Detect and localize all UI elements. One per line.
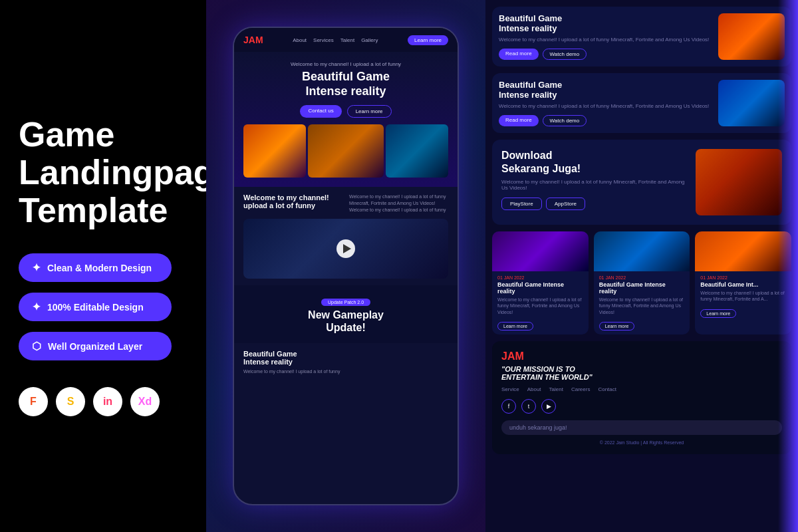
phone-nav-gallery[interactable]: Gallery	[361, 37, 378, 43]
right-card-sub-1: Welcome to my channel! I upload a lot of…	[499, 36, 713, 43]
phone-nav: JAM About Services Talent Gallery Learn …	[234, 28, 458, 52]
badge-clean-label: Clean & Modern Design	[47, 263, 152, 273]
center-panel: JAM About Services Talent Gallery Learn …	[206, 0, 485, 532]
blog-sub-3: Welcome to my channel! I upload a lot of…	[700, 290, 786, 302]
blog-card-content-1: 01 JAN 2022 Beautiful Game Intense reali…	[492, 271, 589, 334]
phone-nav-about[interactable]: About	[293, 37, 307, 43]
download-title: DownloadSekarang Juga!	[501, 149, 689, 174]
download-card: DownloadSekarang Juga! Welcome to my cha…	[492, 140, 791, 225]
blog-learn-btn-3[interactable]: Learn more	[700, 309, 736, 318]
organized-icon: ⬡	[32, 340, 41, 352]
blog-title-3: Beautiful Game Int...	[700, 281, 786, 288]
blog-card-content-3: 01 JAN 2022 Beautiful Game Int... Welcom…	[695, 271, 791, 321]
appstore-btn[interactable]: AppStore	[546, 198, 585, 210]
social-youtube[interactable]: ▶	[541, 399, 556, 414]
right-card-text-1: Beautiful GameIntense reality Welcome to…	[499, 13, 713, 60]
blog-card-img-2	[594, 231, 690, 271]
blog-card-1: 01 JAN 2022 Beautiful Game Intense reali…	[492, 231, 589, 334]
right-footer: JAM "OUR MISSION IS TOENTERTAIN THE WORL…	[492, 341, 791, 454]
blog-card-img-1	[492, 231, 589, 271]
download-sub: Welcome to my channel! I upload a lot of…	[501, 179, 689, 191]
figma-icon: F	[19, 387, 48, 416]
blog-row: 01 JAN 2022 Beautiful Game Intense reali…	[492, 231, 791, 334]
tool-icons: F S in Xd	[19, 387, 188, 416]
newsletter-placeholder: unduh sekarang juga!	[509, 424, 567, 431]
phone-hero-buttons: Contact us Learn more	[243, 105, 448, 118]
badge-organized: ⬡ Well Organized Layer	[19, 332, 172, 360]
phone-bottom-section: Beautiful GameIntense reality Welcome to…	[234, 343, 458, 382]
phone-nav-services[interactable]: Services	[313, 37, 334, 43]
footer-link-contact[interactable]: Contact	[598, 386, 616, 392]
right-top-card-2: Beautiful GameIntense reality Welcome to…	[492, 73, 791, 133]
phone-hero-title: Beautiful GameIntense reality	[243, 70, 448, 98]
watch-demo-btn-2[interactable]: Watch demo	[543, 115, 587, 126]
download-text: DownloadSekarang Juga! Welcome to my cha…	[501, 149, 689, 215]
right-panel: Beautiful GameIntense reality Welcome to…	[485, 0, 798, 532]
play-button[interactable]	[336, 239, 355, 258]
phone-learn-btn[interactable]: Learn more	[347, 105, 392, 118]
social-twitter[interactable]: t	[521, 399, 536, 414]
right-top-card-1: Beautiful GameIntense reality Welcome to…	[492, 7, 791, 66]
badge-editable-label: 100% Editable Design	[47, 302, 144, 313]
phone-welcome-text: Welcome to my channel! I upload a lot of…	[349, 194, 448, 213]
blog-card-2: 01 JAN 2022 Beautiful Game Intense reali…	[594, 231, 690, 334]
footer-link-about[interactable]: About	[527, 386, 541, 392]
xd-icon: Xd	[130, 387, 160, 416]
watch-demo-btn-1[interactable]: Watch demo	[543, 49, 587, 60]
phone-video-thumb[interactable]	[243, 219, 448, 279]
phone-mockup: JAM About Services Talent Gallery Learn …	[233, 27, 459, 505]
right-card-btns-2: Read more Watch demo	[499, 115, 713, 126]
right-content: Beautiful GameIntense reality Welcome to…	[485, 0, 798, 461]
footer-logo: JAM	[501, 350, 782, 362]
sketch-icon: S	[56, 387, 85, 416]
right-card-sub-2: Welcome to my channel! I upload a lot of…	[499, 102, 713, 110]
phone-bottom-title: Beautiful GameIntense reality	[243, 350, 448, 366]
clean-design-icon: ✦	[32, 261, 41, 274]
editable-icon: ✦	[32, 301, 41, 313]
blog-learn-btn-1[interactable]: Learn more	[497, 322, 533, 331]
footer-link-careers[interactable]: Careers	[571, 386, 590, 392]
blog-card-3: 01 JAN 2022 Beautiful Game Int... Welcom…	[695, 231, 791, 334]
right-card-text-2: Beautiful GameIntense reality Welcome to…	[499, 80, 713, 126]
play-icon	[343, 244, 351, 253]
blog-card-content-2: 01 JAN 2022 Beautiful Game Intense reali…	[594, 271, 690, 334]
social-facebook[interactable]: f	[501, 399, 516, 414]
phone-welcome-section: Welcome to my channel!upload a lot of fu…	[234, 187, 458, 285]
footer-social: f t ▶	[501, 399, 782, 414]
phone-game-images	[243, 124, 448, 178]
phone-nav-cta[interactable]: Learn more	[408, 35, 448, 45]
phone-hero-sub: Welcome to my channel! I upload a lot of…	[243, 61, 448, 67]
playstore-btn[interactable]: PlayStore	[501, 198, 542, 210]
footer-link-service[interactable]: Service	[501, 386, 519, 392]
blog-date-1: 01 JAN 2022	[497, 275, 583, 280]
badge-organized-label: Well Organized Layer	[48, 341, 142, 352]
blog-title-2: Beautiful Game Intense reality	[599, 281, 685, 295]
game-image-1	[243, 124, 306, 178]
phone-update-section: Update Patch 2.0 New GameplayUpdate!	[234, 285, 458, 343]
footer-newsletter[interactable]: unduh sekarang juga!	[501, 420, 782, 435]
right-card-btns-1: Read more Watch demo	[499, 49, 713, 60]
feature-badges: ✦ Clean & Modern Design ✦ 100% Editable …	[19, 253, 188, 360]
phone-logo: JAM	[243, 35, 263, 45]
phone-welcome-title: Welcome to my channel!upload a lot of fu…	[243, 194, 342, 209]
blog-card-img-3	[695, 231, 791, 271]
phone-contact-btn[interactable]: Contact us	[300, 105, 341, 118]
blog-sub-1: Welcome to my channel! I upload a lot of…	[497, 297, 583, 315]
footer-copyright: © 2022 Jam Studio | All Rights Reserved	[501, 440, 782, 445]
badge-editable: ✦ 100% Editable Design	[19, 293, 172, 321]
read-more-btn-1[interactable]: Read more	[499, 49, 539, 60]
blog-sub-2: Welcome to my channel! I upload a lot of…	[599, 297, 685, 315]
phone-update-title: New GameplayUpdate!	[243, 309, 448, 334]
phone-nav-talent[interactable]: Talent	[340, 37, 354, 43]
right-card-title-1: Beautiful GameIntense reality	[499, 13, 713, 33]
phone-bottom-sub: Welcome to my channel! I upload a lot of…	[243, 368, 448, 375]
footer-link-talent[interactable]: Talent	[549, 386, 563, 392]
main-title: GameLandingpageTemplate	[19, 116, 188, 230]
blog-learn-btn-2[interactable]: Learn more	[599, 322, 635, 331]
blog-title-1: Beautiful Game Intense reality	[497, 281, 583, 295]
right-card-title-2: Beautiful GameIntense reality	[499, 80, 713, 100]
right-card-image-2	[718, 80, 785, 126]
download-buttons: PlayStore AppStore	[501, 198, 689, 210]
read-more-btn-2[interactable]: Read more	[499, 115, 539, 126]
footer-quote: "OUR MISSION IS TOENTERTAIN THE WORLD"	[501, 365, 782, 381]
